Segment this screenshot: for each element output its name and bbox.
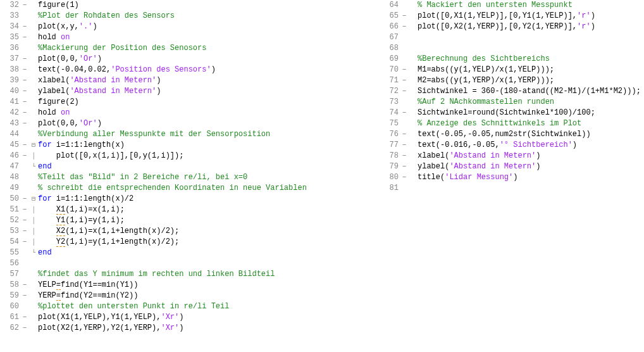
code-line[interactable]: 59–YERP=find(Y2==min(Y2)) [0, 291, 380, 301]
code-line[interactable]: 74–Sichtwinkel=round(Sichtwinkel*100)/10… [380, 108, 644, 118]
code-line[interactable]: 50–⊟for i=1:1:length(x)/2 [0, 194, 380, 204]
code-line[interactable]: 61–plot(X1(1,YELP),Y1(1,YELP),'Xr') [0, 312, 380, 323]
code-line[interactable]: 56 [0, 258, 380, 269]
code-line[interactable]: 46–│ plot([0,x(1,i)],[0,y(1,i)]); [0, 151, 380, 161]
fold-icon[interactable]: ⊟ [29, 140, 38, 151]
code-line[interactable]: 35–hold on [0, 32, 380, 43]
code-text[interactable]: text(-0.016,-0.05,'° Sichtbereich') [418, 140, 644, 151]
code-line[interactable]: 66–plot([0,X2(1,YERP)],[0,Y2(1,YERP)],'r… [380, 22, 644, 32]
code-text[interactable]: plot(X1(1,YELP),Y1(1,YELP),'Xr') [38, 312, 380, 323]
code-text[interactable]: hold on [38, 32, 380, 43]
code-line[interactable]: 57%findet das Y minimum im rechten und l… [0, 269, 380, 280]
code-text[interactable]: ylabel('Abstand in Metern') [418, 161, 644, 172]
breakpoint-marker[interactable]: – [400, 65, 409, 75]
code-text[interactable]: for i=1:1:length(x) [38, 140, 380, 151]
breakpoint-marker[interactable]: – [20, 75, 29, 86]
code-text[interactable]: Sichtwinkel = 360-(180-atand((M2-M1)/(1+… [418, 86, 644, 97]
code-text[interactable]: text(-0.05,-0.05,num2str(Sichtwinkel)) [418, 129, 644, 140]
code-line[interactable]: 51–│ X1(1,i)=x(1,i); [0, 204, 380, 215]
breakpoint-marker[interactable]: – [20, 97, 29, 108]
code-text[interactable]: hold on [38, 108, 380, 118]
code-line[interactable]: 81 [380, 183, 644, 194]
code-text[interactable]: Y2(1,i)=y(1,i+length(x)/2); [38, 237, 380, 248]
breakpoint-marker[interactable]: – [400, 140, 409, 151]
code-line[interactable]: 48%Teilt das "Bild" in 2 Bereiche re/li,… [0, 172, 380, 183]
code-text[interactable]: xlabel('Abstand in Metern') [418, 151, 644, 161]
code-line[interactable]: 54–│ Y2(1,i)=y(1,i+length(x)/2); [0, 237, 380, 248]
code-text[interactable]: end [38, 248, 380, 258]
code-line[interactable]: 80–title('Lidar Messung') [380, 172, 644, 183]
breakpoint-marker[interactable]: – [20, 118, 29, 129]
code-line[interactable]: 45–⊟for i=1:1:length(x) [0, 140, 380, 151]
breakpoint-marker[interactable]: – [400, 161, 409, 172]
code-line[interactable]: 71–M2=abs((y(1,YERP)/x(1,YERP))); [380, 75, 644, 86]
code-text[interactable]: M2=abs((y(1,YERP)/x(1,YERP))); [418, 75, 644, 86]
code-line[interactable]: 49% schreibt die entsprechenden Koordina… [0, 183, 380, 194]
code-text[interactable]: YELP=find(Y1==min(Y1)) [38, 280, 380, 291]
code-text[interactable]: %Plot der Rohdaten des Sensors [38, 11, 380, 22]
code-text[interactable]: plot([0,X2(1,YERP)],[0,Y2(1,YERP)],'r') [418, 22, 644, 32]
breakpoint-marker[interactable]: – [400, 75, 409, 86]
code-line[interactable]: 43–plot(0,0,'Or') [0, 118, 380, 129]
code-line[interactable]: 55└end [0, 248, 380, 258]
code-text[interactable]: plot(0,0,'Or') [38, 118, 380, 129]
code-line[interactable]: 70–M1=abs((y(1,YELP)/x(1,YELP))); [380, 65, 644, 75]
code-text[interactable]: %findet das Y minimum im rechten und lin… [38, 269, 380, 280]
breakpoint-marker[interactable]: – [400, 11, 409, 22]
code-line[interactable]: 53–│ X2(1,i)=x(1,i+length(x)/2); [0, 226, 380, 237]
code-text[interactable]: X1(1,i)=x(1,i); [38, 204, 380, 215]
code-line[interactable]: 47└end [0, 161, 380, 172]
code-line[interactable]: 32–figure(1) [0, 0, 380, 11]
code-text[interactable]: % schreibt die entsprechenden Koordinate… [38, 183, 380, 194]
breakpoint-marker[interactable]: – [20, 108, 29, 118]
breakpoint-marker[interactable]: – [20, 194, 29, 204]
code-text[interactable]: Y1(1,i)=y(1,i); [38, 215, 380, 226]
breakpoint-marker[interactable]: – [20, 204, 29, 215]
breakpoint-marker[interactable]: – [20, 312, 29, 323]
code-line[interactable]: 67 [380, 32, 644, 43]
breakpoint-marker[interactable]: – [20, 323, 29, 334]
code-text[interactable]: %Verbindung aller Messpunkte mit der Sen… [38, 129, 380, 140]
code-text[interactable]: for i=1:1:length(x)/2 [38, 194, 380, 204]
code-line[interactable]: 69%Berechnung des Sichtbereichs [380, 54, 644, 65]
code-line[interactable]: 38–text(-0.04,0.02,'Position des Sensors… [0, 65, 380, 75]
code-text[interactable]: title('Lidar Messung') [418, 172, 644, 183]
code-text[interactable]: %Auf 2 NAchkommastellen runden [418, 97, 644, 108]
code-line[interactable]: 34–plot(x,y,'.') [0, 22, 380, 32]
code-text[interactable]: %Berechnung des Sichtbereichs [418, 54, 644, 65]
code-line[interactable]: 78–xlabel('Abstand in Metern') [380, 151, 644, 161]
breakpoint-marker[interactable]: – [20, 215, 29, 226]
code-line[interactable]: 33%Plot der Rohdaten des Sensors [0, 11, 380, 22]
breakpoint-marker[interactable]: – [20, 0, 29, 11]
code-line[interactable]: 58–YELP=find(Y1==min(Y1)) [0, 280, 380, 291]
code-text[interactable]: X2(1,i)=x(1,i+length(x)/2); [38, 226, 380, 237]
breakpoint-marker[interactable]: – [20, 32, 29, 43]
code-line[interactable]: 37–plot(0,0,'Or') [0, 54, 380, 65]
breakpoint-marker[interactable]: – [20, 291, 29, 301]
code-line[interactable]: 44%Verbindung aller Messpunkte mit der S… [0, 129, 380, 140]
breakpoint-marker[interactable]: – [400, 129, 409, 140]
fold-icon[interactable]: ⊟ [29, 194, 38, 204]
code-text[interactable]: ylabel('Abstand in Metern') [38, 86, 380, 97]
code-line[interactable]: 36%Mackierung der Position des Senosors [0, 43, 380, 54]
code-text[interactable]: % Mackiert den untersten Messpunkt [418, 0, 644, 11]
breakpoint-marker[interactable]: – [20, 86, 29, 97]
code-text[interactable]: xlabel('Abstand in Metern') [38, 75, 380, 86]
breakpoint-marker[interactable]: – [20, 140, 29, 151]
breakpoint-marker[interactable]: – [400, 108, 409, 118]
code-text[interactable]: % Anzeige des Schnittwinkels im Plot [418, 118, 644, 129]
code-line[interactable]: 77–text(-0.016,-0.05,'° Sichtbereich') [380, 140, 644, 151]
breakpoint-marker[interactable]: – [20, 54, 29, 65]
breakpoint-marker[interactable]: – [400, 86, 409, 97]
code-text[interactable]: plot([0,X1(1,YELP)],[0,Y1(1,YELP)],'r') [418, 11, 644, 22]
breakpoint-marker[interactable]: – [20, 226, 29, 237]
code-line[interactable]: 42–hold on [0, 108, 380, 118]
breakpoint-marker[interactable]: – [20, 280, 29, 291]
breakpoint-marker[interactable]: – [400, 151, 409, 161]
code-text[interactable]: %Mackierung der Position des Senosors [38, 43, 380, 54]
breakpoint-marker[interactable]: – [20, 151, 29, 161]
breakpoint-marker[interactable]: – [400, 172, 409, 183]
code-text[interactable]: YERP=find(Y2==min(Y2)) [38, 291, 380, 301]
breakpoint-marker[interactable]: – [400, 22, 409, 32]
code-line[interactable]: 60%plottet den untersten Punkt in re/li … [0, 301, 380, 312]
